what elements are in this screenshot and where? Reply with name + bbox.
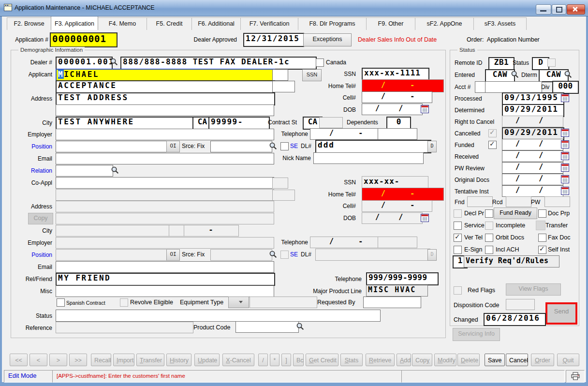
tab-appone[interactable]: sF2. AppOne: [415, 17, 474, 30]
minimize-icon[interactable]: [536, 4, 551, 15]
self-inst-checkbox[interactable]: [538, 246, 546, 254]
product-code-field[interactable]: [235, 321, 299, 333]
nick-name-field[interactable]: [313, 152, 424, 164]
ssn-field[interactable]: xxx-xx-1111: [362, 68, 429, 81]
income-source-field[interactable]: [210, 141, 272, 152]
orbit-docs-checkbox[interactable]: [485, 234, 493, 242]
position-field[interactable]: [56, 141, 169, 152]
tab-credit[interactable]: F5. Credit: [147, 17, 192, 30]
determined-date-field[interactable]: 09/29/2011: [502, 104, 564, 117]
cancel-button[interactable]: Cancel: [506, 354, 528, 366]
employer-field[interactable]: [56, 129, 274, 140]
relation-field[interactable]: [56, 165, 113, 177]
funded-checkbox[interactable]: [488, 141, 497, 149]
dealer-info-field[interactable]: 888/888-8888 TEST FAX DEALER-1c: [120, 57, 317, 70]
close-icon[interactable]: [567, 4, 585, 15]
entered-search-icon[interactable]: [511, 70, 519, 79]
co-oi-button[interactable]: OI: [166, 249, 180, 261]
e-sign-checkbox[interactable]: [454, 246, 462, 254]
se-checkbox[interactable]: [280, 142, 289, 150]
last-name-field[interactable]: ACCEPTANCE: [56, 80, 275, 93]
doc-prp-checkbox[interactable]: [538, 209, 546, 218]
dob-field[interactable]: / /: [362, 104, 423, 115]
verify-rules-field[interactable]: Verify Req'd/Rules: [464, 255, 559, 267]
original-docs-calendar-icon[interactable]: [561, 175, 569, 183]
div-field[interactable]: 000: [552, 81, 579, 94]
prev-record-button[interactable]: <: [29, 354, 47, 366]
friend-telephone-field[interactable]: 999/999-9999: [366, 272, 439, 285]
save-button[interactable]: Save: [485, 354, 505, 366]
exceptions-button[interactable]: Exceptions: [303, 33, 352, 46]
processed-date-field[interactable]: 09/13/1995: [502, 92, 564, 105]
dealer-number-field[interactable]: 000001.001: [56, 57, 113, 70]
dealer-search-icon[interactable]: [110, 58, 118, 66]
oi-button[interactable]: OI: [166, 141, 180, 152]
tab-verification[interactable]: F7. Verification: [240, 17, 298, 30]
address1-field[interactable]: TEST ADDRESS: [56, 92, 275, 105]
position-label[interactable]: Position: [9, 142, 52, 152]
received-date-field[interactable]: / /: [502, 150, 563, 162]
status-field[interactable]: [56, 310, 381, 322]
tentative-inst-date-field[interactable]: / /: [502, 185, 563, 197]
rel-friend-field[interactable]: MY FRIEND: [56, 273, 275, 286]
last-record-button[interactable]: >>: [69, 354, 87, 366]
co-source-search-icon[interactable]: [269, 250, 278, 259]
copy-button[interactable]: Copy: [28, 213, 53, 224]
cancelled-date-field[interactable]: 09/29/2011: [502, 127, 564, 140]
relation-label[interactable]: Relation: [9, 166, 52, 176]
acct-number-field[interactable]: [485, 81, 542, 93]
fax-doc-checkbox[interactable]: [538, 234, 546, 242]
status-code-field[interactable]: D: [532, 57, 549, 70]
service-checkbox[interactable]: [454, 222, 462, 230]
relation-search-icon[interactable]: [111, 166, 119, 175]
tab-other[interactable]: F9. Other: [366, 17, 415, 30]
suffix-field[interactable]: [272, 69, 288, 81]
co-home-tel-field[interactable]: / -: [362, 188, 444, 201]
funded-date-field[interactable]: / /: [502, 139, 563, 150]
disposition-code-field[interactable]: [506, 299, 535, 310]
first-record-button[interactable]: <<: [10, 354, 28, 366]
processed-calendar-icon[interactable]: [561, 94, 569, 102]
tab-application[interactable]: F3. Application: [51, 16, 98, 30]
city-field[interactable]: TEST ANYWHERE: [56, 117, 196, 130]
tab-additional[interactable]: F6. Additional: [191, 17, 241, 30]
dob-calendar-icon[interactable]: [421, 105, 429, 113]
cancelled-calendar-icon[interactable]: [561, 129, 569, 137]
next-record-button[interactable]: >: [49, 354, 67, 366]
source-search-icon[interactable]: [269, 142, 278, 150]
tab-dlr-programs[interactable]: F8. Dlr Programs: [298, 17, 367, 30]
print-button[interactable]: [566, 370, 585, 383]
send-button[interactable]: Send: [545, 302, 577, 325]
co-email-field[interactable]: [56, 261, 274, 273]
funded-calendar-icon[interactable]: [561, 140, 569, 148]
dl-field[interactable]: ddd: [315, 140, 431, 153]
maximize-icon[interactable]: [552, 4, 566, 15]
spanish-contract-checkbox[interactable]: [57, 298, 65, 307]
pw-review-date-field[interactable]: / /: [502, 162, 563, 174]
work-telephone-field[interactable]: / -: [310, 128, 380, 140]
ver-tel-checkbox[interactable]: [454, 234, 462, 242]
address2-field[interactable]: [56, 104, 274, 116]
co-dob-calendar-icon[interactable]: [421, 214, 429, 222]
co-position-label[interactable]: Position: [9, 250, 52, 260]
requested-by-field[interactable]: [363, 297, 421, 308]
product-code-search-icon[interactable]: [296, 322, 305, 331]
incl-ach-checkbox[interactable]: [485, 246, 493, 254]
canada-checkbox[interactable]: [316, 59, 324, 67]
email-field[interactable]: [56, 153, 274, 164]
remote-id-field[interactable]: ZB1: [488, 57, 514, 70]
cell-field[interactable]: / -: [362, 91, 432, 103]
telephone-ext-field[interactable]: [378, 128, 417, 140]
received-calendar-icon[interactable]: [561, 152, 569, 160]
home-tel-field[interactable]: / -: [362, 79, 444, 92]
misc-field[interactable]: [56, 285, 274, 297]
tab-assets[interactable]: sF3. Assets: [473, 17, 527, 30]
ssn-button[interactable]: SSN: [302, 69, 322, 81]
fund-ready-checkbox[interactable]: [485, 209, 493, 218]
dependents-field[interactable]: 0: [386, 117, 411, 130]
zip-field[interactable]: 99999-: [208, 117, 270, 130]
equipment-type-dropdown[interactable]: [228, 297, 249, 308]
tab-memo[interactable]: F4. Memo: [98, 17, 147, 30]
dealer-approved-date-field[interactable]: 12/31/2015: [243, 33, 304, 47]
pw-review-calendar-icon[interactable]: [561, 163, 569, 172]
